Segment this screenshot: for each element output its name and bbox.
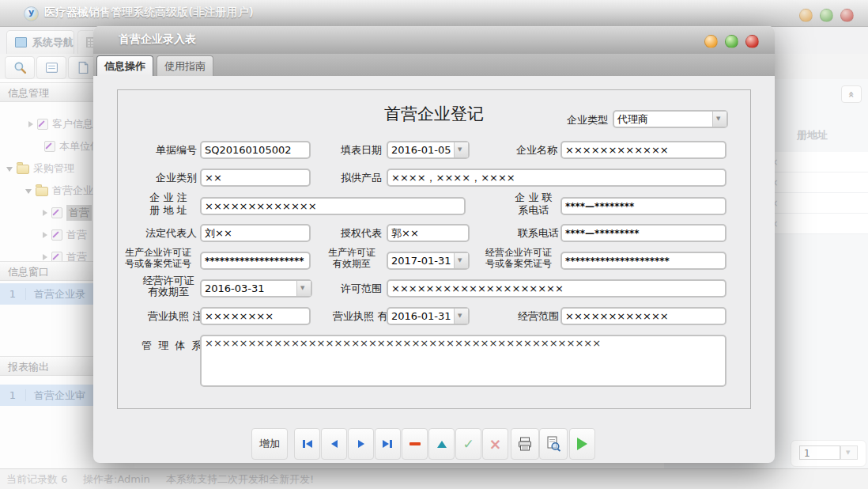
prod-license-no-input[interactable]: ******************** xyxy=(200,252,311,270)
delete-record-button[interactable] xyxy=(402,428,428,460)
first-record-button[interactable] xyxy=(294,428,320,460)
collapse-panel-button[interactable] xyxy=(841,85,862,103)
mgmt-system-textarea[interactable]: ××××××××××××××××××××××××××××××××××××××××… xyxy=(200,335,726,387)
expand-right-icon[interactable] xyxy=(43,210,47,216)
license-scope-label: 许可范围 xyxy=(330,282,382,295)
card-view-button[interactable] xyxy=(36,56,66,79)
first-run-enterprise-dialog: 首营企业录入表 信息操作 使用指南 首营企业登记 企业类型 代理商 单据编号 S… xyxy=(93,26,775,463)
dialog-maximize-button[interactable] xyxy=(725,35,738,48)
business-scope-label: 经营范围 xyxy=(510,310,559,323)
dialog-titlebar[interactable]: 首营企业录入表 xyxy=(93,26,775,54)
expand-right-icon[interactable] xyxy=(43,232,47,238)
list-item-label: 首营企业审 xyxy=(26,389,85,403)
dropdown-arrow-icon[interactable] xyxy=(454,253,468,268)
dialog-minimize-button[interactable] xyxy=(704,35,718,48)
expand-down-icon[interactable] xyxy=(6,167,13,172)
fill-date-select[interactable]: 2016-01-05 xyxy=(387,141,470,159)
form-panel: 首营企业登记 企业类型 代理商 单据编号 SQ20160105002 填表日期 … xyxy=(117,89,751,409)
list-item-label: 首营企业录 xyxy=(26,287,85,301)
op-license-no-label: 经营企业许可证 号或备案凭证号 xyxy=(478,247,559,269)
reg-address-input[interactable]: ××××××××××××× xyxy=(200,197,466,215)
status-note: 本系统支持二次开发和全新开发! xyxy=(166,469,314,489)
triangle-up-icon xyxy=(437,441,447,448)
fill-date-label: 填表日期 xyxy=(333,144,382,157)
tree-item-label: 客户信息 xyxy=(52,117,93,131)
company-type-select[interactable]: 代理商 xyxy=(613,110,728,128)
edit-record-button[interactable] xyxy=(428,428,455,460)
doc-no-input[interactable]: SQ20160105002 xyxy=(200,141,311,159)
blicense-expiry-select[interactable]: 2016-01-31 xyxy=(387,307,470,325)
dialog-tabstrip: 信息操作 使用指南 xyxy=(93,54,775,76)
legal-rep-label: 法定代表人 xyxy=(137,227,197,240)
company-type-value: 代理商 xyxy=(614,112,712,127)
blicense-reg-no-input[interactable]: ×××××××× xyxy=(200,307,311,325)
check-icon xyxy=(462,436,474,452)
tree-item-label: 首营企业 xyxy=(52,184,93,198)
op-license-expiry-select[interactable]: 2016-03-31 xyxy=(200,279,312,298)
company-category-input[interactable]: ×× xyxy=(200,169,311,187)
main-titlebar[interactable]: 医疗器械销售管理系统高级版(非注册用户) xyxy=(0,0,868,27)
print-preview-button[interactable] xyxy=(539,428,568,460)
op-license-no-input[interactable]: ********************* xyxy=(560,252,726,270)
main-minimize-button[interactable] xyxy=(799,9,813,22)
tag-icon xyxy=(51,207,62,218)
pager: 1 xyxy=(791,440,866,467)
last-record-icon xyxy=(383,438,393,450)
contact-phone-input[interactable]: ****—********* xyxy=(560,224,726,242)
tag-icon xyxy=(37,119,48,130)
execute-button[interactable] xyxy=(569,428,595,460)
confirm-button[interactable] xyxy=(455,428,481,460)
main-maximize-button[interactable] xyxy=(820,9,833,22)
doc-no-label: 单据编号 xyxy=(142,144,197,157)
next-record-button[interactable] xyxy=(348,428,374,460)
tab-system-nav[interactable]: 系统导航 xyxy=(6,30,74,54)
print-button[interactable] xyxy=(511,428,539,460)
cancel-button[interactable] xyxy=(482,428,508,460)
legal-rep-input[interactable]: 刘×× xyxy=(200,224,311,242)
company-name-input[interactable]: ×××××××××××× xyxy=(560,141,726,159)
page-number-input[interactable]: 1 xyxy=(799,445,840,460)
list-item-number: 1 xyxy=(0,288,26,300)
expand-right-icon[interactable] xyxy=(43,254,47,260)
grid-column-header[interactable]: 册地址 xyxy=(797,128,828,142)
window-icon xyxy=(15,37,27,47)
tab-user-guide[interactable]: 使用指南 xyxy=(157,55,213,76)
dialog-title: 首营企业录入表 xyxy=(119,32,196,47)
company-phone-input[interactable]: ****—******** xyxy=(560,197,726,215)
search-button[interactable] xyxy=(5,56,35,79)
prod-license-expiry-value: 2017-01-31 xyxy=(388,253,454,268)
prev-record-icon xyxy=(331,440,338,448)
tag-icon xyxy=(51,229,62,241)
list-item-number: 1 xyxy=(0,389,26,401)
dropdown-arrow-icon[interactable] xyxy=(712,112,726,127)
pager-dropdown-arrow-icon[interactable] xyxy=(840,445,858,460)
tab-system-nav-label: 系统导航 xyxy=(32,36,74,50)
expand-right-icon[interactable] xyxy=(28,121,33,127)
blicense-expiry-value: 2016-01-31 xyxy=(388,309,454,324)
folder-icon xyxy=(17,165,29,174)
prod-license-expiry-select[interactable]: 2017-01-31 xyxy=(387,252,470,270)
app-icon xyxy=(24,6,39,21)
prev-record-button[interactable] xyxy=(321,428,347,460)
play-icon xyxy=(577,438,587,450)
add-button[interactable]: 增加 xyxy=(251,428,288,460)
main-close-button[interactable] xyxy=(840,9,854,22)
dropdown-arrow-icon[interactable] xyxy=(454,142,468,157)
dropdown-arrow-icon[interactable] xyxy=(296,281,311,296)
next-record-icon xyxy=(358,440,364,448)
preview-icon xyxy=(545,436,561,452)
auth-rep-input[interactable]: 郭×× xyxy=(387,224,470,242)
last-record-button[interactable] xyxy=(375,428,401,460)
expand-down-icon[interactable] xyxy=(25,189,32,194)
dropdown-arrow-icon[interactable] xyxy=(454,309,468,324)
op-license-expiry-label: 经营许可证 有效期至 xyxy=(138,275,198,298)
products-input[interactable]: ××××，××××，×××× xyxy=(387,169,726,187)
company-category-label: 企业类别 xyxy=(142,172,197,184)
license-scope-input[interactable]: ×××××××××××××××××××× xyxy=(387,279,726,298)
status-operator: 操作者:Admin xyxy=(83,469,150,489)
products-label: 拟供产品 xyxy=(329,172,382,184)
business-scope-input[interactable]: ×××××××××××× xyxy=(560,307,726,325)
dialog-close-button[interactable] xyxy=(745,35,759,48)
prod-license-expiry-label: 生产许可证 有效期至 xyxy=(320,247,383,269)
tab-info-operation[interactable]: 信息操作 xyxy=(96,55,153,76)
